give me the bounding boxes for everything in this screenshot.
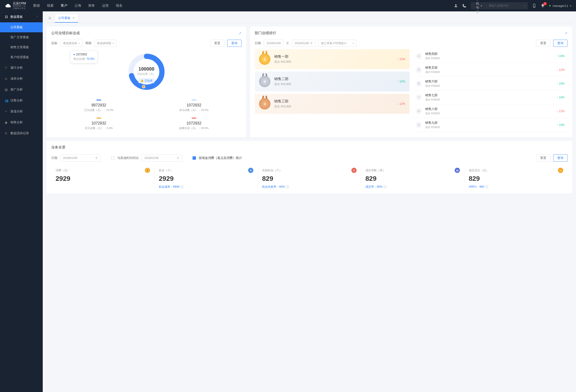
sidebar-item[interactable]: ⊙成本分析 bbox=[0, 73, 43, 84]
user-menu[interactable]: manager11 ▾ bbox=[549, 4, 571, 8]
rank-row[interactable]: 7销售七部流水 ¥19020↑ 10% bbox=[413, 90, 568, 104]
svg-rect-6 bbox=[5, 17, 6, 18]
mobile-icon[interactable] bbox=[532, 3, 536, 8]
date-from[interactable]: 2018/01/08 bbox=[264, 40, 283, 47]
ranking-card: 部门业绩排行 ⤢ 日期 2018/01/08 至 2018/01/08 🗓 按工… bbox=[250, 27, 572, 137]
sidebar-sub-item[interactable]: 公司看板 bbox=[0, 22, 43, 32]
rank-row[interactable]: 6销售六部流水 ¥19020↑ 10% bbox=[413, 77, 568, 90]
svg-rect-5 bbox=[7, 16, 8, 17]
metric-item: 成交流水（元）▭829ARPU：¥80 ? bbox=[464, 168, 568, 189]
medal-icon: 1 bbox=[259, 54, 270, 65]
svg-point-0 bbox=[455, 4, 457, 6]
nav-item[interactable]: 数据 bbox=[33, 3, 40, 8]
rank-row[interactable]: 8销售八部流水 ¥19020↓ 12% bbox=[413, 104, 568, 118]
target-select[interactable]: 请选择目标▾ bbox=[60, 40, 82, 47]
help-icon[interactable]: ? bbox=[485, 185, 488, 188]
dashboard-icon bbox=[5, 15, 8, 19]
query-button[interactable]: 查询 bbox=[553, 40, 568, 47]
metric-item: 消费（元）💰2929 bbox=[51, 168, 155, 189]
nav-item[interactable]: 报名 bbox=[116, 3, 122, 8]
compare-checkbox[interactable] bbox=[111, 156, 115, 160]
period-select[interactable]: 请选择周期▾ bbox=[94, 40, 116, 47]
donut-chart: ●1072932 所占比例: 70.9% 100000 目标总量（元） 👍已达成… bbox=[51, 49, 241, 133]
metric-icon: ▤ bbox=[455, 168, 460, 173]
sidebar-group-dashboard[interactable]: 数据看板 ˄ bbox=[0, 11, 43, 22]
sidebar-item[interactable]: ◉销售分析 bbox=[0, 117, 43, 128]
sidebar-item[interactable]: ⚬渠道分析 bbox=[0, 106, 43, 117]
podium-item[interactable]: 2销售二部流水 ¥10,900↑ 10% bbox=[255, 71, 409, 91]
calendar-icon: 🗓 bbox=[310, 42, 313, 45]
help-icon[interactable]: ? bbox=[383, 185, 387, 188]
help-icon[interactable]: ? bbox=[286, 185, 289, 188]
sidebar-item[interactable]: ▽漏斗分析 bbox=[0, 62, 43, 73]
metric-icon: ➤ bbox=[248, 168, 253, 173]
chart-tooltip: ●1072932 所占比例: 70.9% bbox=[70, 51, 98, 63]
top-nav: 云朵CRM 教育机构一站式服务云平台 数据线索客户公海财务运营报名 手机号码 ▾… bbox=[0, 0, 576, 11]
cash-checkbox[interactable] bbox=[193, 156, 196, 160]
medal-icon: 2 bbox=[259, 76, 270, 87]
thumbs-up-icon: 👍 bbox=[140, 79, 144, 82]
help-icon[interactable]: ? bbox=[180, 185, 183, 188]
tab-bar: ☰ 公司看板 ✕ bbox=[47, 11, 572, 23]
stat-item: 8972932已完成量（元）|70.9% bbox=[51, 97, 146, 115]
business-card: 业务全景 日期 2018/01/08🗓 与其他时间对比 2018/01/08🗓 … bbox=[47, 141, 572, 193]
expand-icon[interactable]: ⤢ bbox=[565, 31, 568, 35]
date-to[interactable]: 2018/01/08 🗓 bbox=[292, 40, 316, 47]
search-icon[interactable] bbox=[524, 4, 526, 7]
podium-item[interactable]: 1销售一部流水 ¥10,900↓ 12% bbox=[255, 49, 409, 69]
user-icon[interactable] bbox=[454, 3, 458, 8]
calendar-icon: 🗓 bbox=[95, 156, 98, 160]
brand-sub: 教育机构一站式服务云平台 bbox=[13, 5, 26, 10]
biz-date2[interactable]: 2018/01/08🗓 bbox=[142, 154, 182, 162]
podium-item[interactable]: 3销售三部流水 ¥10,900↓ 12% bbox=[255, 94, 409, 114]
menu-icon: ▽ bbox=[5, 66, 8, 69]
menu-icon: ⊙ bbox=[5, 77, 8, 80]
close-icon[interactable]: ✕ bbox=[72, 17, 75, 20]
nav-item[interactable]: 运营 bbox=[102, 3, 109, 8]
nav-item[interactable]: 客户 bbox=[61, 3, 67, 8]
rank-row[interactable]: 4销售四部流水 ¥19020↑ 10% bbox=[413, 49, 568, 63]
sidebar: 数据看板 ˄ 公司看板推广主管看板销售主管看板客户经理看板 ▽漏斗分析⊙成本分析… bbox=[0, 11, 43, 392]
nav-item[interactable]: 线索 bbox=[47, 3, 54, 8]
bell-icon[interactable]: 5 bbox=[541, 3, 545, 8]
sidebar-item[interactable]: ↻数据流转记录 bbox=[0, 128, 43, 139]
sidebar-sub-item[interactable]: 客户经理看板 bbox=[0, 52, 43, 62]
tab-company-dashboard[interactable]: 公司看板 ✕ bbox=[55, 14, 78, 23]
biz-date[interactable]: 2018/01/08🗓 bbox=[60, 154, 101, 162]
reset-button[interactable]: 重置 bbox=[210, 40, 224, 47]
metric-item: 成交单数（单）▤829成交率：80% ? bbox=[361, 168, 464, 189]
metric-icon: ▭ bbox=[558, 168, 563, 173]
search-input[interactable] bbox=[489, 4, 524, 7]
hamburger-icon[interactable]: ☰ bbox=[47, 14, 53, 22]
svg-rect-4 bbox=[5, 16, 6, 17]
sidebar-item[interactable]: 👥访客分析 bbox=[0, 95, 43, 106]
cloud-logo-icon bbox=[5, 3, 11, 8]
logo[interactable]: 云朵CRM 教育机构一站式服务云平台 bbox=[5, 2, 26, 10]
phone-icon[interactable] bbox=[462, 3, 466, 8]
chevron-down-icon: ▾ bbox=[570, 4, 571, 7]
query-button[interactable]: 查询 bbox=[227, 40, 241, 47]
rank-row[interactable]: 5销售五部流水 ¥19020↓ 12% bbox=[413, 63, 568, 77]
expand-icon[interactable]: ⤢ bbox=[239, 31, 241, 35]
rank-row[interactable]: 9销售九部流水 ¥19020↑ 10% bbox=[413, 118, 568, 132]
stat-item: 1072932应完成量（元）|8.9% bbox=[51, 115, 146, 133]
nav-item[interactable]: 公海 bbox=[75, 3, 81, 8]
reset-button[interactable]: 重置 bbox=[536, 154, 550, 162]
biz-title: 业务全景 bbox=[51, 145, 65, 150]
sidebar-sub-item[interactable]: 推广主管看板 bbox=[0, 32, 43, 42]
svg-rect-7 bbox=[7, 17, 8, 18]
rank-title: 部门业绩排行 bbox=[255, 31, 276, 35]
donut-center: 100000 目标总量（元） 👍已达成 bbox=[137, 66, 155, 83]
query-button[interactable]: 查询 bbox=[553, 154, 568, 162]
menu-icon: 👥 bbox=[5, 99, 8, 102]
nav-item[interactable]: 财务 bbox=[88, 3, 95, 8]
top-nav-items: 数据线索客户公海财务运营报名 bbox=[33, 3, 122, 8]
statby-select[interactable]: 按工单客户经理统计▾ bbox=[318, 40, 356, 47]
metric-icon: 💰 bbox=[145, 168, 150, 173]
main-content: ☰ 公司看板 ✕ 公司业绩目标达成 ⤢ 目标 请选择目标▾ 周期 请选择周期▾ bbox=[43, 11, 576, 392]
sidebar-item[interactable]: ▨推广分析 bbox=[0, 84, 43, 95]
status-dot-icon bbox=[549, 5, 550, 6]
sidebar-sub-item[interactable]: 销售主管看板 bbox=[0, 42, 43, 52]
goal-card: 公司业绩目标达成 ⤢ 目标 请选择目标▾ 周期 请选择周期▾ 重置 查询 ●10… bbox=[47, 27, 246, 137]
reset-button[interactable]: 重置 bbox=[536, 40, 550, 47]
